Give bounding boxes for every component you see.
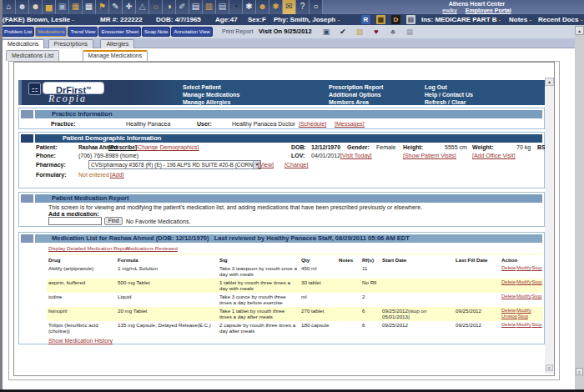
delete-link[interactable]: Delete	[501, 308, 516, 313]
clock-icon[interactable]: ◔	[229, 0, 243, 14]
delete-link[interactable]: Delete	[501, 279, 516, 284]
nav-soap-note[interactable]: Soap Note	[142, 27, 170, 37]
unstop-link[interactable]: Unstop	[501, 314, 517, 319]
heart-icon[interactable]: ♥	[371, 27, 381, 37]
mail-icon[interactable]: ✉	[283, 0, 296, 14]
xray-icon[interactable]: ▣	[56, 0, 69, 14]
chart-icon[interactable]: ▅	[43, 0, 56, 14]
clinic-link-1[interactable]: ewiky	[442, 8, 457, 13]
rcopia-scrollbar-mark[interactable]: ≡	[546, 364, 553, 371]
employee-portal-link[interactable]: Employee Portal	[466, 8, 511, 13]
notes-menu[interactable]: Notes -	[509, 16, 531, 23]
tab-allergies[interactable]: Allergies	[100, 39, 134, 48]
rcopia-menu-refresh-clear[interactable]: Refresh / Clear	[425, 98, 473, 106]
flag-icon[interactable]: ⚑	[96, 0, 109, 14]
tab-medications[interactable]: Medications	[2, 39, 44, 48]
rcopia-menu-select-patient[interactable]: Select Patient	[183, 83, 239, 91]
print-report-link[interactable]: Print Report	[222, 28, 253, 34]
window-scrollbar-thumb[interactable]: ≡	[576, 368, 583, 375]
rcopia-menu-members-area[interactable]: Members Area	[329, 98, 383, 106]
nav-medications[interactable]: Medications	[35, 27, 67, 37]
nav-annotation-view[interactable]: Annotation View	[171, 27, 212, 37]
patient-ins[interactable]: Ins: MEDICARE PART B -	[421, 16, 501, 23]
patient-icon[interactable]: ☻	[16, 0, 29, 14]
rcopia-menu-prescription-report[interactable]: Prescription Report	[329, 83, 383, 91]
form-icon[interactable]: ▥	[203, 0, 216, 14]
tab-prescriptions[interactable]: Prescriptions	[48, 39, 93, 48]
messages-link[interactable]: [Messages]	[335, 121, 365, 127]
find-button[interactable]: Find	[104, 217, 123, 225]
stop-link[interactable]: Stop	[518, 314, 528, 319]
check-icon[interactable]: ✔	[338, 27, 348, 37]
modify-link[interactable]: Modify	[516, 279, 531, 284]
gear-icon[interactable]: ✱	[269, 0, 283, 14]
rcopia-scrollbar-up-arrow[interactable]: ▲	[545, 78, 554, 86]
delete-link[interactable]: Delete	[501, 322, 516, 327]
stop-link[interactable]: Stop	[531, 322, 541, 327]
nav-encounter-sheet[interactable]: Encounter Sheet	[98, 27, 141, 37]
pharmacy-change-link[interactable]: [Change]	[284, 162, 308, 168]
cart-icon[interactable]: ▦	[69, 0, 83, 14]
add-medication-input[interactable]	[48, 217, 102, 225]
pharmacy-select[interactable]: CVS/pharmacy #3678 (R) (E) - 196 ALPS RD…	[88, 160, 261, 169]
modify-link[interactable]: Modify	[516, 308, 531, 313]
help-icon[interactable]: ?	[296, 0, 310, 14]
visit-today-link[interactable]: [Visit Today]	[340, 153, 372, 158]
medications-reviewed-link[interactable]: Medications Reviewed	[126, 245, 178, 251]
wheel-icon[interactable]: ✱	[243, 0, 256, 14]
prescribe-link[interactable]: [Prescribe]	[108, 144, 137, 150]
subtab-medications-list[interactable]: Medications List	[6, 50, 59, 61]
stop-link[interactable]: Stop	[531, 294, 541, 299]
d-flag-icon[interactable]: D	[391, 15, 400, 24]
patient-phy[interactable]: Phy: Smith, Joseph -	[274, 16, 340, 23]
lab-flask-icon[interactable]: △	[136, 0, 149, 14]
tree-icon[interactable]: ♣	[388, 27, 398, 37]
sun-icon[interactable]: ☼	[149, 0, 163, 14]
recent-docs-menu[interactable]: Recent Docs -	[538, 16, 582, 23]
stop-link[interactable]: Stop	[531, 279, 541, 284]
delete-link[interactable]: Delete	[501, 265, 516, 270]
rcopia-menu-log-out[interactable]: Log Out	[425, 83, 473, 91]
rcopia-scrollbar[interactable]: ▲ ≡	[545, 78, 554, 374]
modify-link[interactable]: Modify	[516, 265, 531, 270]
rcopia-menu-manage-medications[interactable]: Manage Medications	[183, 91, 239, 98]
show-patient-visits-link[interactable]: [Show Patient Visits]	[403, 153, 456, 158]
new-document-icon[interactable]: ▤	[189, 0, 203, 14]
notes-icon[interactable]: ✎	[109, 0, 123, 14]
nav-problem-list[interactable]: Problem List	[2, 27, 34, 37]
rcopia-menu-manage-allergies[interactable]: Manage Allergies	[183, 98, 239, 106]
calendar-icon[interactable]: ▦	[83, 0, 96, 14]
home-icon[interactable]: ⌂	[3, 0, 16, 14]
document-icon[interactable]: ▤	[406, 15, 415, 24]
nav-trend-view[interactable]: Trend View	[68, 27, 98, 37]
patient-name[interactable]: (FAKE) Brown, Leslie -	[3, 16, 74, 23]
save-icon[interactable]: ▣	[321, 27, 331, 37]
delete-link[interactable]: Delete	[501, 294, 516, 299]
add-office-visit-link[interactable]: [Add Office Visit]	[472, 153, 516, 158]
schedule-link[interactable]: [Schedule]	[299, 121, 326, 127]
rcopia-menu-additional-options[interactable]: Additional Options	[329, 91, 383, 98]
stop-link[interactable]: Stop	[531, 265, 541, 270]
printer-icon[interactable]: ▤	[216, 0, 229, 14]
folder-icon[interactable]: ▨	[355, 27, 365, 37]
window-scrollbar[interactable]: ▲ ≡	[575, 25, 584, 392]
modify-link[interactable]: Modify	[516, 322, 531, 327]
subtab-manage-medications[interactable]: Manage Medications	[83, 50, 149, 61]
display-detailed-report-link[interactable]: Display Detailed Medication Report	[48, 245, 129, 251]
physician-icon[interactable]: ☻	[29, 0, 43, 14]
pills-icon[interactable]: ◑	[163, 0, 176, 14]
change-demographics-link[interactable]: [Change Demographics]	[136, 144, 199, 150]
chart-gold-icon[interactable]: ▦	[376, 15, 385, 24]
syringe-icon[interactable]: ✐	[176, 0, 189, 14]
show-medication-history-link[interactable]: Show Medication History	[48, 338, 113, 344]
formulary-add-link[interactable]: [Add]	[110, 172, 123, 178]
window-scrollbar-up-arrow[interactable]: ▲	[575, 26, 584, 35]
modify-link[interactable]: Modify	[516, 294, 531, 299]
face-icon[interactable]: ☻	[256, 0, 269, 14]
power-icon[interactable]: ○	[310, 0, 323, 14]
rcopia-menu-help-contact-us[interactable]: Help / Contact Us	[425, 91, 473, 98]
pharmacy-view-link[interactable]: [View]	[258, 162, 274, 168]
people-icon[interactable]: ▦	[405, 27, 415, 37]
stethoscope-icon[interactable]: ✚	[123, 0, 136, 14]
rx-icon[interactable]: R	[361, 15, 370, 24]
